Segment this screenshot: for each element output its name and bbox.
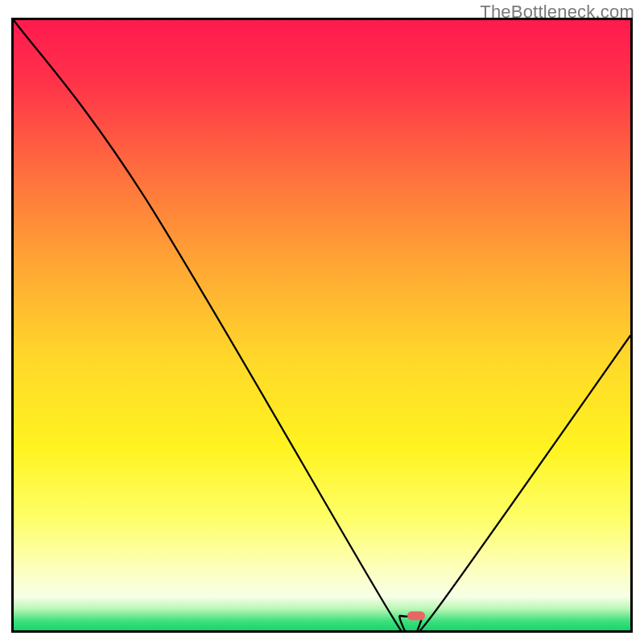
chart-container: TheBottleneck.com [0,0,644,644]
optimal-point-marker [407,612,425,621]
bottleneck-curve [14,20,630,630]
plot-area [11,18,633,633]
